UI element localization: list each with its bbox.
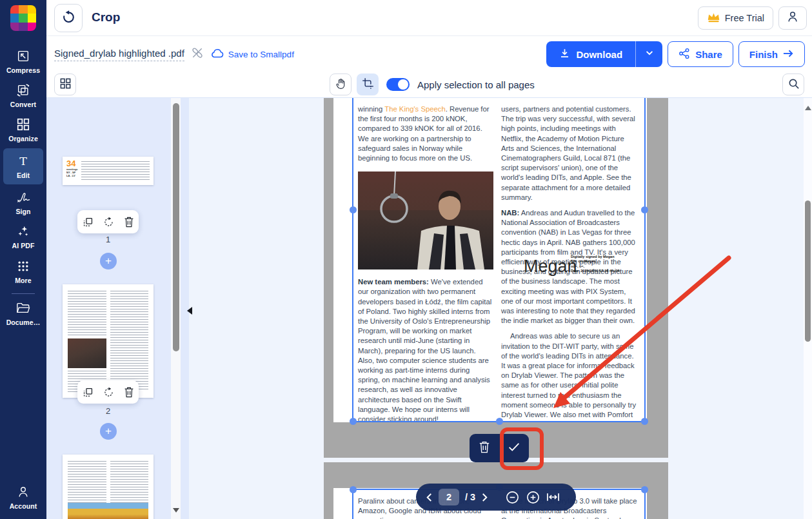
- sidebar-item-organize[interactable]: Organize: [0, 116, 46, 142]
- main-scroll-up-arrow[interactable]: [805, 103, 811, 110]
- account-person-icon: [0, 484, 46, 500]
- fit-width-button[interactable]: [546, 492, 560, 502]
- finish-button[interactable]: Finish: [738, 41, 805, 67]
- current-page-input[interactable]: 2: [439, 489, 459, 505]
- free-trial-button[interactable]: Free Trial: [698, 6, 773, 30]
- page2-actions: [77, 380, 139, 404]
- colin-firth-photo: [358, 171, 493, 269]
- panel-scrollbar-thumb[interactable]: [173, 103, 179, 351]
- crop-handle-left[interactable]: [350, 206, 357, 213]
- zoom-in-button[interactable]: [526, 490, 540, 505]
- delete-page-icon[interactable]: [124, 216, 134, 228]
- crop-handle-top-right[interactable]: [641, 486, 648, 493]
- cloud-icon: [210, 48, 224, 60]
- pan-tool-button[interactable]: [330, 73, 352, 95]
- apply-all-pages-label: Apply selection to all pages: [417, 79, 535, 90]
- thumb1-text-lines: [81, 161, 150, 182]
- crop-handle-top-left[interactable]: [350, 486, 357, 493]
- tool-sidebar: Compress Convert Organize T Edit Sign: [0, 0, 46, 519]
- smallpdf-logo[interactable]: [10, 5, 36, 31]
- more-grid-icon: [0, 258, 46, 275]
- thumbnail-panel: 34 meetings NY - SF LA - LV 1 +: [46, 98, 181, 519]
- apply-all-pages-toggle[interactable]: [386, 78, 410, 91]
- duplicate-page-icon[interactable]: [83, 387, 94, 398]
- sidebar-item-label: Convert: [0, 101, 46, 108]
- pdf-paragraph: users, partners and potential customers.…: [501, 104, 639, 202]
- share-icon: [678, 48, 690, 61]
- add-page-after-1-button[interactable]: +: [100, 253, 117, 269]
- sidebar-item-ai-pdf[interactable]: AI PDF: [0, 223, 46, 250]
- edit-text-icon: T: [3, 153, 43, 170]
- sparkles-icon: [0, 223, 46, 240]
- sidebar-item-account[interactable]: Account: [0, 484, 46, 510]
- unlink-icon[interactable]: [191, 46, 204, 62]
- apply-crop-button[interactable]: [499, 434, 529, 462]
- crop-handle-bottom-left[interactable]: [350, 418, 357, 425]
- crop-handle-right[interactable]: [641, 206, 648, 213]
- next-page-button[interactable]: [481, 493, 488, 502]
- page-thumbnail-1[interactable]: 34 meetings NY - SF LA - LV: [63, 157, 153, 185]
- crop-handle-bottom-center[interactable]: [496, 418, 503, 425]
- add-page-after-2-button[interactable]: +: [100, 423, 117, 440]
- thumb1-caption-line: LA - LV: [66, 174, 78, 177]
- crop-handle-bottom-right[interactable]: [641, 418, 648, 425]
- convert-icon: [0, 82, 46, 99]
- download-options-button[interactable]: [635, 41, 662, 67]
- account-menu-button[interactable]: [778, 6, 807, 30]
- smallpdf-app: Compress Convert Organize T Edit Sign: [0, 0, 812, 519]
- search-button[interactable]: [782, 73, 804, 95]
- sidebar-item-sign[interactable]: Sign: [0, 189, 46, 215]
- download-button[interactable]: Download: [546, 41, 635, 67]
- page1-actions: [77, 210, 139, 233]
- collapse-panel-arrow[interactable]: [183, 307, 192, 315]
- compress-icon: [0, 48, 46, 64]
- page-title: Crop: [92, 10, 120, 24]
- sidebar-item-more[interactable]: More: [0, 258, 46, 284]
- arrow-right-icon: [783, 49, 794, 60]
- sidebar-item-documents[interactable]: Docume…: [0, 300, 46, 326]
- crop-tool-button[interactable]: [357, 73, 379, 95]
- undo-icon: [62, 10, 75, 26]
- discard-crop-button[interactable]: [470, 434, 499, 462]
- page-grid-view-button[interactable]: [54, 73, 76, 95]
- rotate-page-icon[interactable]: [103, 387, 114, 398]
- duplicate-page-icon[interactable]: [83, 217, 94, 228]
- kings-speech-link: The King's Speech: [384, 105, 445, 113]
- pdf-paragraph: New team members: We've extended our org…: [358, 277, 493, 422]
- main-scrollbar[interactable]: [804, 98, 812, 519]
- panel-scroll-down-arrow[interactable]: [173, 508, 179, 516]
- sign-icon: [0, 189, 46, 206]
- trash-icon: [479, 440, 490, 456]
- sidebar-item-label: Account: [0, 502, 46, 510]
- page-navigator: 2 / 3: [416, 484, 576, 511]
- page1-number-label: 1: [63, 235, 153, 244]
- thumb2-left-column: [68, 291, 106, 391]
- pdf-paragraph: winning The King's Speech. Revenue for t…: [358, 104, 493, 163]
- save-to-smallpdf-label: Save to Smallpdf: [228, 50, 294, 59]
- zoom-out-button[interactable]: [505, 490, 520, 505]
- thumb2-right-column: [110, 291, 149, 391]
- share-button[interactable]: Share: [668, 41, 733, 67]
- delete-page-icon[interactable]: [124, 386, 134, 398]
- previous-page-button[interactable]: [426, 493, 433, 502]
- sidebar-item-compress[interactable]: Compress: [0, 48, 46, 74]
- sidebar-item-convert[interactable]: Convert: [0, 82, 46, 108]
- main-scrollbar-thumb[interactable]: [805, 201, 811, 342]
- undo-button[interactable]: [54, 4, 83, 32]
- panel-scrollbar[interactable]: [171, 98, 181, 519]
- sidebar-divider: [12, 293, 35, 294]
- file-bar: Signed_drylab highlighted .pdf Save to S…: [46, 36, 812, 72]
- crop-confirm-bar: [470, 434, 529, 462]
- sidebar-item-label: Edit: [3, 171, 43, 179]
- organize-icon: [0, 116, 46, 133]
- folder-icon: [0, 300, 46, 317]
- sidebar-item-label: Compress: [0, 66, 46, 74]
- thumb3-photo: [68, 503, 148, 519]
- rotate-page-icon[interactable]: [103, 217, 114, 228]
- download-label: Download: [576, 49, 622, 60]
- save-to-smallpdf[interactable]: Save to Smallpdf: [210, 48, 294, 60]
- filename-field[interactable]: Signed_drylab highlighted .pdf: [54, 48, 184, 61]
- search-icon: [787, 77, 800, 92]
- share-label: Share: [695, 49, 722, 60]
- sidebar-item-edit[interactable]: T Edit: [3, 148, 43, 184]
